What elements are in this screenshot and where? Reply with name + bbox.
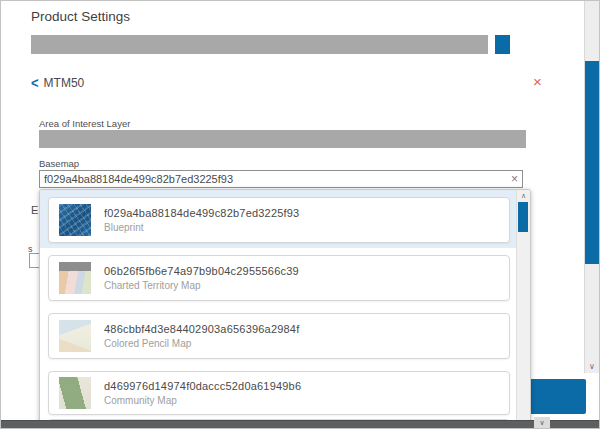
clear-input-icon[interactable]: × <box>511 172 518 186</box>
blueprint-thumbnail <box>59 204 91 236</box>
option-name: Community Map <box>104 395 301 406</box>
main-scrollbar-track[interactable]: ∨ <box>584 1 599 373</box>
aoi-layer-label: Area of Interest Layer <box>39 118 130 129</box>
basemap-option-blueprint[interactable]: f029a4ba88184de499c82b7ed3225f93 Bluepri… <box>48 197 510 243</box>
scroll-down-icon[interactable]: ∨ <box>585 359 599 373</box>
option-name: Charted Territory Map <box>104 280 299 291</box>
scroll-up-icon[interactable]: ∧ <box>517 190 530 201</box>
option-id: 06b26f5fb6e74a97b9b04c2955566c39 <box>104 265 299 277</box>
hidden-label-fragment-e: E <box>31 204 38 216</box>
basemap-label: Basemap <box>39 158 79 169</box>
option-texts: 06b26f5fb6e74a97b9b04c2955566c39 Charted… <box>104 265 299 291</box>
basemap-option-charted-territory[interactable]: 06b26f5fb6e74a97b9b04c2955566c39 Charted… <box>48 255 510 301</box>
basemap-input[interactable] <box>39 170 523 188</box>
product-settings-window: Product Settings ∨ < MTM50 × Area of Int… <box>0 0 600 429</box>
option-name: Colored Pencil Map <box>104 338 299 349</box>
basemap-dropdown-list: f029a4ba88184de499c82b7ed3225f93 Bluepri… <box>39 189 531 429</box>
option-texts: 486cbbf4d3e84402903a656396a2984f Colored… <box>104 323 299 349</box>
community-thumbnail <box>59 377 91 409</box>
aoi-layer-field-redacted[interactable] <box>39 130 526 148</box>
primary-action-button[interactable] <box>524 379 586 414</box>
page-title: Product Settings <box>31 9 130 24</box>
field-action-button[interactable] <box>495 35 510 54</box>
dropdown-scrollbar-thumb[interactable] <box>518 202 528 232</box>
scroll-down-icon[interactable]: ∨ <box>534 417 550 428</box>
chevron-left-icon: < <box>31 74 39 91</box>
option-id: f029a4ba88184de499c82b7ed3225f93 <box>104 207 299 219</box>
back-label: MTM50 <box>44 76 85 90</box>
dropdown-scrollbar-track[interactable]: ∧ <box>516 190 530 429</box>
bottom-dark-bar <box>1 420 599 429</box>
back-link[interactable]: < MTM50 <box>31 75 84 90</box>
colored-pencil-thumbnail <box>59 320 91 352</box>
main-scrollbar-thumb[interactable] <box>585 61 599 264</box>
redacted-field-top[interactable] <box>31 35 488 54</box>
charted-territory-thumbnail <box>59 262 91 294</box>
option-id: d469976d14974f0daccc52d0a61949b6 <box>104 380 301 392</box>
option-id: 486cbbf4d3e84402903a656396a2984f <box>104 323 299 335</box>
basemap-option-colored-pencil[interactable]: 486cbbf4d3e84402903a656396a2984f Colored… <box>48 313 510 359</box>
option-texts: f029a4ba88184de499c82b7ed3225f93 Bluepri… <box>104 207 299 233</box>
close-icon[interactable]: × <box>533 75 542 89</box>
option-texts: d469976d14974f0daccc52d0a61949b6 Communi… <box>104 380 301 406</box>
basemap-option-community[interactable]: d469976d14974f0daccc52d0a61949b6 Communi… <box>48 371 510 415</box>
option-name: Blueprint <box>104 222 299 233</box>
